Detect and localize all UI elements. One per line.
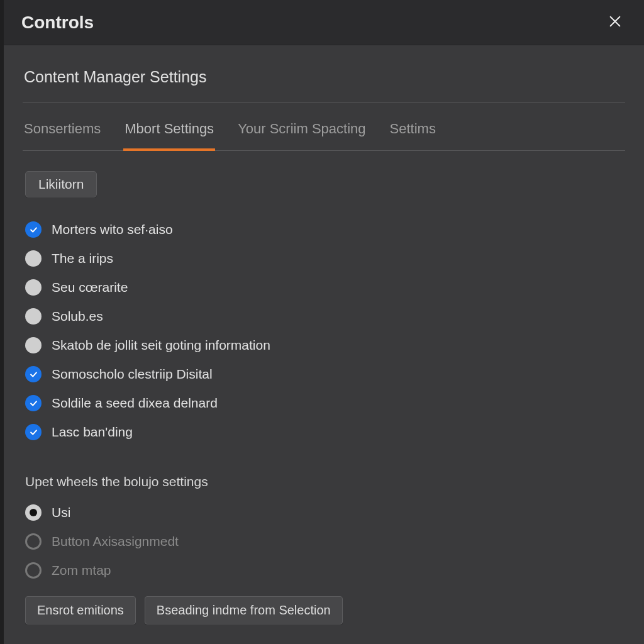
- option-solub[interactable]: Solub.es: [25, 302, 623, 331]
- tab-mbort-settings[interactable]: Mbort Settings: [123, 104, 215, 151]
- option-soldile[interactable]: Soldile a seed dixea delnard: [25, 389, 623, 418]
- option-label: Skatob de jollit seit goting information: [52, 338, 270, 353]
- radio-icon: [25, 250, 42, 267]
- radio-icon: [25, 337, 42, 353]
- radio-group: Usi Button Axisasignmedt Zom mtap: [25, 498, 623, 585]
- option-seu[interactable]: Seu cœrarite: [25, 273, 623, 302]
- ensrot-emitions-button[interactable]: Ensrot emitions: [25, 596, 136, 625]
- titlebar: Controls: [4, 0, 644, 45]
- page-subtitle: Content Manager Settings: [23, 59, 625, 103]
- radio-button-axis[interactable]: Button Axisasignmedt: [25, 527, 623, 556]
- option-lasc[interactable]: Lasc ban'ding: [25, 418, 623, 447]
- tab-bar: Sonsertiems Mbort Settings Your Scriim S…: [23, 104, 625, 151]
- option-label: Seu cœrarite: [52, 280, 128, 295]
- radio-icon: [25, 279, 42, 296]
- radio-icon: [25, 562, 42, 579]
- window-title: Controls: [21, 13, 604, 33]
- options-list: Morters wito sef·aiso The a irips Seu cœ…: [25, 215, 623, 447]
- radio-label: Button Axisasignmedt: [52, 534, 179, 549]
- tab-your-scriim-spacting[interactable]: Your Scriim Spacting: [236, 104, 367, 151]
- radio-section-heading: Upet wheels the bolujo settings: [25, 474, 623, 493]
- option-label: Lasc ban'ding: [52, 425, 133, 440]
- option-label: The a irips: [52, 251, 113, 266]
- settings-window: Controls Content Manager Settings Sonser…: [0, 0, 644, 644]
- likiitorn-button[interactable]: Likiitorn: [25, 171, 97, 197]
- radio-label: Zom mtap: [52, 563, 111, 578]
- close-button[interactable]: [604, 11, 626, 34]
- check-icon: [25, 395, 42, 411]
- close-icon: [608, 14, 622, 31]
- radio-usi[interactable]: Usi: [25, 498, 623, 527]
- check-icon: [25, 221, 42, 238]
- option-somos[interactable]: Somoscholo clestriip Disital: [25, 360, 623, 389]
- radio-zom-mtap[interactable]: Zom mtap: [25, 556, 623, 585]
- option-label: Morters wito sef·aiso: [52, 222, 173, 237]
- content-area: Content Manager Settings Sonsertiems Mbo…: [4, 45, 644, 644]
- option-label: Soldile a seed dixea delnard: [52, 396, 218, 411]
- bseading-selection-button[interactable]: Bseading indme from Selection: [145, 596, 343, 625]
- option-label: Somoscholo clestriip Disital: [52, 367, 213, 382]
- tab-body: Likiitorn Morters wito sef·aiso The a ir…: [23, 151, 625, 625]
- radio-icon: [25, 308, 42, 325]
- tab-sonsertiems[interactable]: Sonsertiems: [23, 104, 102, 151]
- radio-icon: [25, 504, 42, 521]
- radio-icon: [25, 533, 42, 550]
- option-label: Solub.es: [52, 309, 103, 324]
- option-irips[interactable]: The a irips: [25, 244, 623, 273]
- check-icon: [25, 424, 42, 440]
- tab-settims[interactable]: Settims: [389, 104, 437, 151]
- check-icon: [25, 366, 42, 382]
- radio-label: Usi: [52, 505, 70, 520]
- option-skatob[interactable]: Skatob de jollit seit goting information: [25, 331, 623, 360]
- footer-button-row: Ensrot emitions Bseading indme from Sele…: [25, 596, 623, 625]
- option-morters[interactable]: Morters wito sef·aiso: [25, 215, 623, 244]
